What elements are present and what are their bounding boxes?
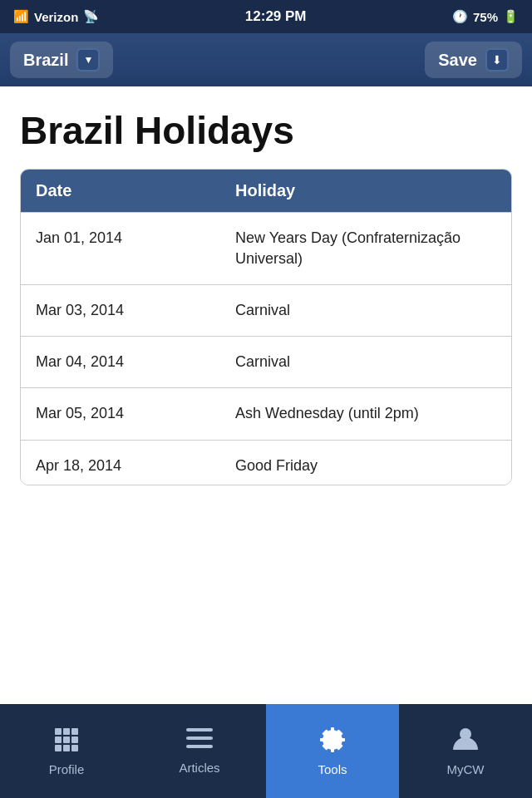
row-date: Mar 03, 2014: [36, 300, 235, 321]
status-bar: 📶 Verizon 📡 12:29 PM 🕐 75% 🔋: [0, 0, 532, 33]
nav-bar: Brazil Save: [0, 33, 532, 86]
tab-mycw[interactable]: MyCW: [399, 704, 532, 798]
holiday-table: Date Holiday Jan 01, 2014 New Years Day …: [20, 169, 512, 485]
row-date: Apr 18, 2014: [36, 456, 235, 476]
svg-rect-10: [186, 736, 213, 740]
tab-tools[interactable]: Tools: [266, 704, 399, 798]
signal-icon: 📶: [13, 9, 29, 24]
carrier-label: Verizon: [34, 10, 78, 24]
country-label: Brazil: [23, 51, 68, 70]
profile-icon: [53, 727, 80, 757]
row-holiday: Good Friday: [235, 456, 496, 476]
tools-icon: [319, 727, 346, 757]
tab-bar: Profile Articles Tools MyCW: [0, 704, 532, 798]
table-header: Date Holiday: [21, 170, 511, 212]
row-holiday: New Years Day (Confraternização Universa…: [235, 228, 496, 269]
svg-rect-1: [63, 728, 70, 735]
table-row: Jan 01, 2014 New Years Day (Confraterniz…: [21, 212, 511, 284]
svg-rect-9: [186, 728, 213, 732]
svg-rect-11: [186, 745, 213, 748]
svg-rect-2: [71, 728, 78, 735]
svg-rect-0: [55, 728, 62, 735]
status-battery-area: 🕐 75% 🔋: [452, 9, 519, 24]
wifi-icon: 📡: [83, 9, 99, 24]
row-holiday: Carnival: [235, 352, 496, 372]
svg-rect-3: [55, 736, 62, 743]
row-date: Mar 04, 2014: [36, 352, 235, 372]
mycw-icon: [453, 727, 478, 757]
profile-tab-label: Profile: [49, 762, 85, 776]
articles-icon: [186, 728, 213, 756]
status-carrier-area: 📶 Verizon 📡: [13, 9, 99, 24]
svg-rect-7: [63, 745, 70, 751]
clock-icon: 🕐: [452, 9, 468, 24]
row-date: Mar 05, 2014: [36, 403, 235, 424]
tools-tab-label: Tools: [318, 762, 347, 776]
svg-rect-6: [55, 745, 62, 751]
date-column-header: Date: [36, 181, 235, 200]
row-date: Jan 01, 2014: [36, 228, 235, 249]
mycw-tab-label: MyCW: [447, 762, 485, 776]
svg-rect-8: [71, 745, 78, 751]
table-row: Mar 03, 2014 Carnival: [21, 284, 511, 336]
row-holiday: Ash Wednesday (until 2pm): [235, 403, 496, 424]
status-time: 12:29 PM: [245, 8, 307, 25]
table-row: Mar 04, 2014 Carnival: [21, 336, 511, 387]
tab-articles[interactable]: Articles: [133, 704, 266, 798]
row-holiday: Carnival: [235, 300, 496, 321]
save-label: Save: [438, 51, 477, 70]
holiday-column-header: Holiday: [235, 181, 496, 200]
country-selector[interactable]: Brazil: [10, 42, 113, 78]
svg-rect-5: [71, 736, 78, 743]
table-row: Apr 18, 2014 Good Friday: [21, 440, 511, 485]
save-down-icon: [485, 48, 509, 71]
table-row: Mar 05, 2014 Ash Wednesday (until 2pm): [21, 387, 511, 439]
battery-label: 75%: [473, 10, 498, 24]
svg-rect-4: [63, 736, 70, 743]
save-button[interactable]: Save: [425, 42, 522, 78]
page-title: Brazil Holidays: [0, 86, 532, 169]
chevron-down-icon: [76, 48, 100, 71]
tab-profile[interactable]: Profile: [0, 704, 133, 798]
battery-icon: 🔋: [503, 9, 519, 24]
articles-tab-label: Articles: [179, 761, 219, 775]
